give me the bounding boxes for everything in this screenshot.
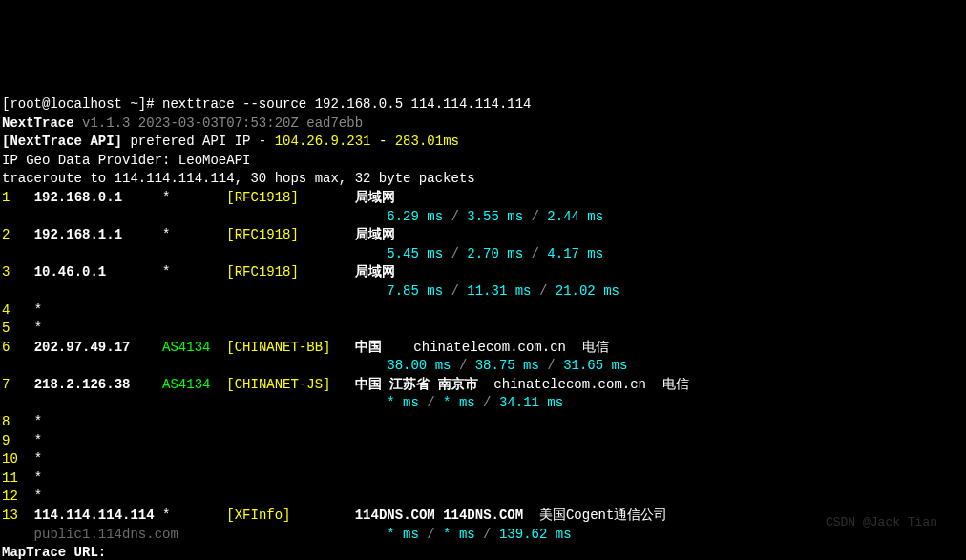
hop-domain: chinatelecom.com.cn (413, 340, 566, 355)
hop-lan: 局域网 (355, 190, 395, 205)
hop-num: 3 (2, 264, 10, 280)
hop-tag: [CHINANET-JS] (226, 377, 330, 392)
hop-geo: 中国 (355, 340, 382, 355)
hop-domain: chinatelecom.com.cn (494, 377, 646, 392)
hop-tag: [CHINANET-BB] (226, 340, 330, 355)
hop-ip: 192.168.0.1 (34, 190, 122, 205)
hop-num: 11 (2, 470, 18, 486)
hop-t1: 5.45 ms (387, 246, 443, 261)
hop-t2: 11.31 ms (467, 283, 531, 299)
hop-ip: 10.46.0.1 (34, 264, 107, 280)
hop-num: 1 (2, 190, 10, 205)
hop-num: 4 (2, 302, 10, 318)
hop-rdns: public1.114dns.com (34, 527, 178, 542)
hop-tag: [XFInfo] (226, 508, 290, 523)
api-prefix: [NextTrace API] (2, 134, 122, 149)
hop-t2: 38.75 ms (475, 358, 539, 373)
hop-t3: 139.62 ms (499, 527, 572, 542)
hop-isp: 电信 (582, 340, 609, 355)
terminal-output: [root@localhost ~]# nexttrace --source 1… (2, 76, 964, 560)
hop-t3: 2.44 ms (547, 209, 603, 224)
hop-tag: [RFC1918] (226, 190, 299, 205)
maptrace-label: MapTrace URL: (2, 545, 106, 560)
hop-tag: [RFC1918] (226, 227, 299, 242)
hop-num: 12 (2, 488, 18, 504)
hop-t3: 21.02 ms (556, 283, 620, 299)
hop-as: * (162, 264, 170, 280)
hop-isp: 美国Cogent通信公司 (539, 508, 667, 523)
api-ip: 104.26.9.231 (275, 134, 371, 149)
hop-t1: 38.00 ms (387, 358, 451, 373)
hop-t3: 34.11 ms (499, 395, 563, 410)
hop-num: 5 (2, 321, 10, 336)
hop-t2: * ms (443, 527, 475, 542)
hop-t1: 6.29 ms (387, 209, 443, 224)
api-text: prefered API IP - (122, 134, 275, 149)
hop-num: 6 (2, 340, 10, 355)
hop-t2: * ms (443, 395, 475, 410)
hop-t3: 31.65 ms (563, 358, 627, 373)
hop-ip: 192.168.1.1 (34, 227, 122, 242)
hop-as: AS4134 (162, 377, 210, 392)
hop-as: AS4134 (162, 340, 210, 355)
hop-t2: 2.70 ms (467, 246, 523, 261)
hop-t1: 7.85 ms (387, 283, 443, 299)
shell-prompt: [root@localhost ~]# (2, 96, 162, 112)
hop-t1: * ms (387, 527, 419, 542)
hop-geo: 114DNS.COM 114DNS.COM (355, 508, 523, 523)
hop-ip: 202.97.49.17 (34, 340, 131, 355)
hop-ip: 114.114.114.114 (34, 508, 155, 523)
hop-geo: 中国 江苏省 南京市 (355, 377, 478, 392)
hop-t3: 4.17 ms (547, 246, 603, 261)
hop-num: 2 (2, 227, 10, 242)
banner-version: v1.1.3 2023-03-03T07:53:20Z ead7ebb (74, 115, 363, 131)
hop-tag: [RFC1918] (226, 264, 299, 280)
hop-t2: 3.55 ms (467, 209, 523, 224)
hop-lan: 局域网 (355, 227, 395, 242)
hop-num: 13 (2, 508, 18, 523)
hop-isp: 电信 (662, 377, 689, 392)
geo-line: IP Geo Data Provider: LeoMoeAPI (2, 153, 250, 168)
hop-as: * (162, 190, 170, 205)
api-latency: 283.01ms (395, 134, 459, 149)
hop-t1: * ms (387, 395, 419, 410)
command-text: nexttrace --source 192.168.0.5 114.114.1… (162, 96, 531, 112)
hop-num: 8 (2, 414, 10, 429)
hop-num: 7 (2, 377, 10, 392)
trace-header: traceroute to 114.114.114.114, 30 hops m… (2, 171, 475, 186)
hop-num: 10 (2, 451, 18, 467)
hop-as: * (162, 508, 170, 523)
hop-ip: 218.2.126.38 (34, 377, 131, 392)
hop-as: * (162, 227, 170, 242)
banner-name: NextTrace (2, 115, 74, 131)
hop-num: 9 (2, 433, 10, 448)
hop-lan: 局域网 (355, 264, 395, 280)
